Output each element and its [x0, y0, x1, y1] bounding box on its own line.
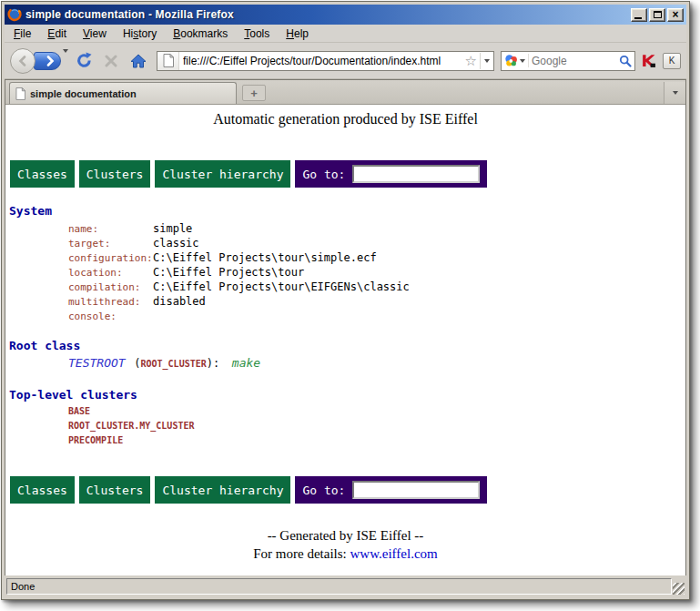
cluster-hierarchy-button[interactable]: Cluster hierarchy [155, 476, 290, 504]
system-row: location:C:\Eiffel Projects\tour [68, 264, 685, 279]
generated-by-text: -- Generated by ISE Eiffel -- [5, 526, 685, 545]
kaspersky-icon[interactable] [639, 52, 657, 70]
browser-window: simple documentation - Mozilla Firefox ×… [1, 1, 690, 600]
reload-icon [76, 52, 93, 69]
root-feature[interactable]: make [232, 356, 260, 370]
new-tab-button[interactable]: + [242, 85, 266, 101]
url-history-dropdown[interactable] [480, 53, 493, 69]
chevron-down-icon [484, 59, 490, 63]
close-icon: × [672, 9, 678, 20]
system-rows: name:simple target:classic configuration… [68, 220, 685, 322]
page-favicon[interactable] [157, 52, 179, 70]
search-bar[interactable] [501, 51, 635, 71]
home-icon [130, 54, 147, 68]
back-icon [18, 56, 27, 66]
root-class-heading: Root class [9, 339, 685, 352]
root-class-entry: TESTROOT (ROOT_CLUSTER): make [68, 355, 685, 372]
blank-page-icon [15, 87, 25, 100]
goto-label: Go to: [302, 484, 345, 497]
classes-button[interactable]: Classes [10, 160, 75, 188]
forward-history-dropdown[interactable] [63, 53, 68, 69]
stop-button[interactable] [99, 49, 123, 73]
reload-button[interactable] [72, 49, 96, 73]
forward-button[interactable] [34, 52, 61, 70]
menu-file[interactable]: File [5, 25, 39, 42]
system-row: configuration:C:\Eiffel Projects\tour\si… [68, 249, 685, 264]
search-input[interactable] [529, 55, 616, 67]
bookmark-star-icon[interactable]: ☆ [462, 54, 480, 67]
eiffel-link[interactable]: www.eiffel.com [350, 546, 438, 561]
system-row: compilation:C:\Eiffel Projects\tour\EIFG… [68, 279, 685, 293]
search-icon [619, 55, 632, 67]
goto-input[interactable] [352, 165, 480, 183]
system-heading: System [9, 204, 685, 218]
menu-tools[interactable]: Tools [236, 25, 278, 42]
stop-icon [105, 55, 117, 67]
navigation-toolbar: ☆ [5, 43, 686, 79]
doc-nav-top: Classes Clusters Cluster hierarchy Go to… [10, 160, 685, 188]
minimize-button[interactable] [631, 8, 647, 22]
google-icon [504, 54, 518, 67]
blank-page-icon [163, 54, 174, 67]
system-row: console: [68, 308, 685, 322]
chevron-down-icon [673, 91, 678, 95]
root-cluster-ref[interactable]: ROOT_CLUSTER [141, 359, 207, 369]
menu-bookmarks[interactable]: Bookmarks [165, 25, 236, 42]
page-title: Automatic generation produced by ISE Eif… [5, 111, 685, 127]
tab-simple-documentation[interactable]: simple documentation [9, 82, 237, 104]
forward-icon [46, 56, 55, 66]
clusters-button[interactable]: Clusters [79, 476, 151, 504]
goto-label: Go to: [302, 168, 345, 181]
cluster-item[interactable]: BASE [68, 404, 685, 419]
chevron-down-icon [63, 49, 68, 68]
root-class-link[interactable]: TESTROOT [68, 356, 126, 370]
system-row: target:classic [68, 235, 685, 249]
page-content: Automatic generation produced by ISE Eif… [5, 105, 685, 575]
cluster-list: BASE ROOT_CLUSTER.MY_CLUSTER PRECOMPILE [68, 404, 685, 448]
k-toolbar-button[interactable]: K [663, 53, 681, 69]
forward-button-group [34, 52, 68, 70]
resize-grip[interactable] [673, 583, 685, 595]
maximize-icon [654, 11, 662, 18]
firefox-icon [7, 7, 22, 22]
status-text: Done [6, 578, 672, 595]
menu-help[interactable]: Help [278, 25, 317, 42]
home-button[interactable] [127, 49, 150, 73]
minimize-icon [634, 17, 642, 19]
menu-edit[interactable]: Edit [39, 25, 75, 42]
list-all-tabs-button[interactable] [664, 82, 685, 104]
url-input[interactable] [179, 55, 462, 67]
menu-view[interactable]: View [75, 25, 115, 42]
doc-nav-bottom: Classes Clusters Cluster hierarchy Go to… [10, 476, 685, 504]
goto-input[interactable] [352, 481, 480, 499]
tab-bar: simple documentation + [5, 80, 685, 105]
details-prefix: For more details: [253, 546, 350, 561]
location-bar[interactable]: ☆ [157, 51, 494, 71]
client-area: simple documentation + Automatic generat… [5, 79, 686, 575]
clusters-button[interactable]: Clusters [79, 160, 151, 188]
window-title: simple documentation - Mozilla Firefox [25, 8, 629, 21]
classes-button[interactable]: Classes [10, 476, 75, 504]
status-bar: Done [5, 575, 686, 596]
cluster-item[interactable]: PRECOMPILE [68, 433, 685, 448]
page-footer: -- Generated by ISE Eiffel -- For more d… [5, 526, 685, 563]
search-engine-selector[interactable] [502, 54, 529, 67]
maximize-button[interactable] [649, 8, 665, 22]
goto-box: Go to: [295, 160, 487, 188]
close-button[interactable]: × [667, 8, 684, 22]
tab-label: simple documentation [30, 88, 137, 99]
cluster-item[interactable]: ROOT_CLUSTER.MY_CLUSTER [68, 419, 685, 433]
menu-history[interactable]: History [115, 25, 165, 42]
search-go-button[interactable] [616, 52, 634, 70]
cluster-hierarchy-button[interactable]: Cluster hierarchy [155, 160, 290, 188]
clusters-heading: Top-level clusters [9, 388, 685, 402]
back-button[interactable] [10, 48, 36, 74]
system-row: name:simple [68, 220, 685, 235]
title-bar[interactable]: simple documentation - Mozilla Firefox × [5, 5, 686, 25]
system-row: multithread:disabled [68, 293, 685, 308]
menu-bar: File Edit View History Bookmarks Tools H… [5, 25, 686, 43]
goto-box: Go to: [295, 476, 487, 504]
chevron-down-icon [520, 59, 525, 63]
